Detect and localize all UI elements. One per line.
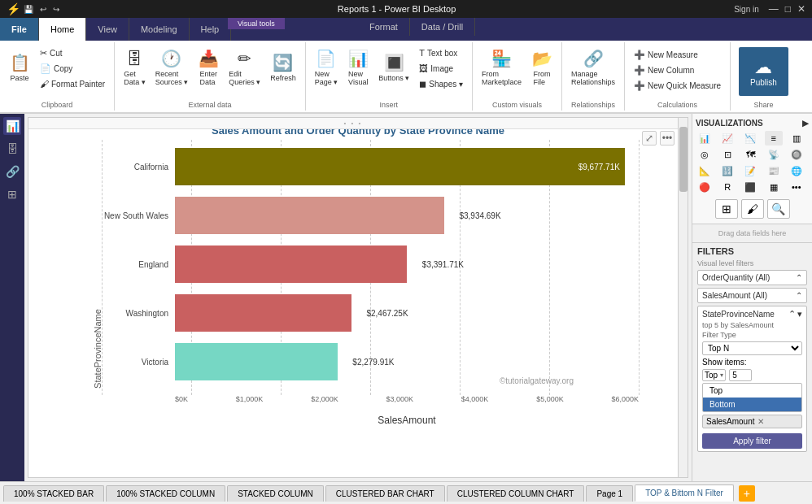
sidebar-report-icon[interactable]: 📊: [3, 117, 21, 135]
from-file-button[interactable]: 📂 FromFile: [527, 44, 557, 91]
option-top[interactable]: Top: [703, 384, 801, 398]
chart-scrollbar[interactable]: [678, 118, 688, 477]
maximize-btn[interactable]: □: [785, 3, 791, 15]
filter-expand-icon[interactable]: ⌃: [796, 273, 802, 282]
filter-item-order-qty[interactable]: OrderQuantity (All) ⌃: [697, 270, 807, 285]
filters-panel: FILTERS Visual level filters OrderQuanti…: [692, 243, 812, 481]
viz-icon-cell[interactable]: ≡: [765, 131, 783, 146]
manage-relationships-button[interactable]: 🔗 ManageRelationships: [567, 44, 619, 91]
viz-format-icon[interactable]: 🖌: [741, 199, 764, 219]
sidebar-model-icon[interactable]: 🔗: [3, 163, 21, 180]
apply-filter-button[interactable]: Apply filter: [702, 433, 802, 449]
tab-view[interactable]: View: [86, 18, 129, 41]
tab-100-stacked-bar[interactable]: 100% STACKED BAR: [3, 485, 104, 502]
viz-icon-cell[interactable]: 🗺: [741, 147, 759, 162]
text-box-button[interactable]: T Text box: [415, 46, 467, 60]
sidebar-data-icon[interactable]: 🗄: [3, 140, 21, 158]
viz-icon-cell[interactable]: 🌐: [788, 163, 805, 178]
tab-stacked-column[interactable]: STACKED COLUMN: [227, 485, 324, 502]
viz-icon-cell[interactable]: ⊡: [718, 147, 736, 162]
add-page-button[interactable]: +: [739, 485, 755, 502]
format-painter-button[interactable]: 🖌 Format Painter: [36, 76, 109, 91]
filter-type-dropdown[interactable]: Top N All Top N: [702, 341, 802, 355]
edit-queries-button[interactable]: ✏ EditQueries ▾: [225, 44, 264, 91]
tab-100-stacked-column[interactable]: 100% STACKED COLUMN: [106, 485, 225, 502]
tab-clustered-bar-chart[interactable]: CLUSTERED BAR CHART: [325, 485, 445, 502]
tab-top-bottom-n-filter[interactable]: TOP & Bittom N Filter: [635, 484, 734, 502]
recent-sources-button[interactable]: 🕐 RecentSources ▾: [151, 44, 193, 91]
paste-button[interactable]: 📋 Paste: [5, 44, 34, 91]
enter-data-button[interactable]: 📥 EnterData: [194, 44, 223, 91]
tab-home[interactable]: Home: [39, 18, 86, 41]
shapes-button[interactable]: ◼ Shapes ▾: [415, 76, 467, 91]
resize-handle[interactable]: • • •: [28, 118, 678, 129]
viz-icon-cell[interactable]: ▦: [765, 180, 783, 194]
signin-button[interactable]: Sign in: [734, 5, 759, 14]
tab-help[interactable]: Help: [190, 18, 232, 41]
quick-access-redo[interactable]: ↪: [53, 5, 59, 14]
quick-access-undo[interactable]: ↩: [40, 5, 46, 14]
tab-clustered-column-chart[interactable]: CLUSTERED COLUMN CHART: [447, 485, 585, 502]
viz-icon-cell[interactable]: 📝: [741, 163, 759, 178]
sidebar-grid-icon[interactable]: ⊞: [3, 185, 21, 203]
viz-icon-cell[interactable]: 📐: [696, 163, 714, 178]
tab-format[interactable]: Format: [358, 18, 410, 36]
recent-sources-icon: 🕐: [161, 49, 181, 68]
filters-title: FILTERS: [697, 246, 807, 256]
resize-dots: • • •: [344, 119, 363, 127]
from-marketplace-button[interactable]: 🏪 FromMarketplace: [478, 44, 526, 91]
tab-data-drill[interactable]: Data / Drill: [410, 18, 475, 36]
viz-icon-cell[interactable]: 📡: [765, 147, 783, 162]
option-bottom[interactable]: Bottom: [703, 398, 801, 411]
scroll-thumb[interactable]: [679, 127, 688, 192]
viz-icon-cell[interactable]: ⬛: [741, 180, 759, 194]
bar-row: California $9,677.71K: [102, 148, 639, 185]
close-btn[interactable]: ✕: [797, 3, 805, 15]
cut-button[interactable]: ✂ Cut: [36, 46, 109, 60]
tab-page1[interactable]: Page 1: [586, 485, 633, 502]
publish-button[interactable]: ☁ Publish: [739, 47, 788, 96]
bar-label: California: [102, 163, 175, 172]
expand-icon[interactable]: ⤢: [642, 131, 657, 146]
top-bottom-dropdown-btn[interactable]: Top ▾: [702, 369, 726, 381]
dropdown-arrow-icon: ▾: [720, 371, 723, 379]
viz-icon-cell[interactable]: 🔴: [696, 180, 714, 194]
tag-close-icon[interactable]: ✕: [757, 417, 764, 426]
more-options-icon[interactable]: •••: [660, 131, 674, 146]
copy-button[interactable]: 📄 Copy: [36, 61, 109, 76]
filter-clear-icon[interactable]: ⌃: [788, 309, 796, 319]
viz-fields-icon[interactable]: ⊞: [715, 199, 738, 219]
refresh-button[interactable]: 🔄 Refresh: [266, 44, 300, 91]
viz-icon-cell[interactable]: 📰: [765, 163, 783, 178]
filter-expand-icon[interactable]: ⌃: [796, 291, 802, 300]
viz-analytics-icon[interactable]: 🔍: [767, 199, 790, 219]
app-icon: ⚡: [7, 2, 20, 15]
new-measure-button[interactable]: ➕ New Measure: [630, 47, 725, 62]
viz-icon-cell[interactable]: 🔘: [788, 147, 805, 162]
tab-modeling[interactable]: Modeling: [129, 18, 190, 41]
viz-icon-cell[interactable]: 📊: [696, 131, 714, 146]
get-data-button[interactable]: 🗄 GetData ▾: [120, 44, 150, 91]
new-quick-measure-button[interactable]: ➕ New Quick Measure: [630, 78, 725, 93]
viz-icon-cell[interactable]: 📉: [741, 131, 759, 146]
new-visual-button[interactable]: 📊 NewVisual: [343, 44, 373, 91]
filter-item-sales-amount[interactable]: SalesAmount (All) ⌃: [697, 288, 807, 303]
top-n-input[interactable]: [729, 369, 752, 381]
viz-icon-cell[interactable]: 🔢: [718, 163, 736, 178]
viz-expand-icon[interactable]: ▶: [802, 119, 809, 128]
ribbon-tabs: File Home View Modeling Help Visual tool…: [0, 18, 812, 41]
new-column-button[interactable]: ➕ New Column: [630, 63, 725, 77]
viz-icon-cell[interactable]: ◎: [696, 147, 714, 162]
viz-icon-cell[interactable]: ▥: [788, 131, 805, 146]
filter-type-select[interactable]: Top N All Top N: [702, 341, 802, 355]
new-page-button[interactable]: 📄 NewPage ▾: [311, 44, 343, 91]
viz-icon-cell[interactable]: 📈: [718, 131, 736, 146]
quick-access-save[interactable]: 💾: [24, 5, 33, 14]
tab-file[interactable]: File: [0, 18, 39, 41]
viz-icon-cell[interactable]: •••: [788, 180, 805, 194]
buttons-button[interactable]: 🔳 Buttons ▾: [374, 44, 413, 91]
image-button[interactable]: 🖼 Image: [415, 61, 467, 76]
minimize-btn[interactable]: —: [769, 3, 779, 15]
viz-icon-cell[interactable]: R: [718, 180, 736, 194]
filter-more-icon[interactable]: ▾: [797, 309, 802, 319]
